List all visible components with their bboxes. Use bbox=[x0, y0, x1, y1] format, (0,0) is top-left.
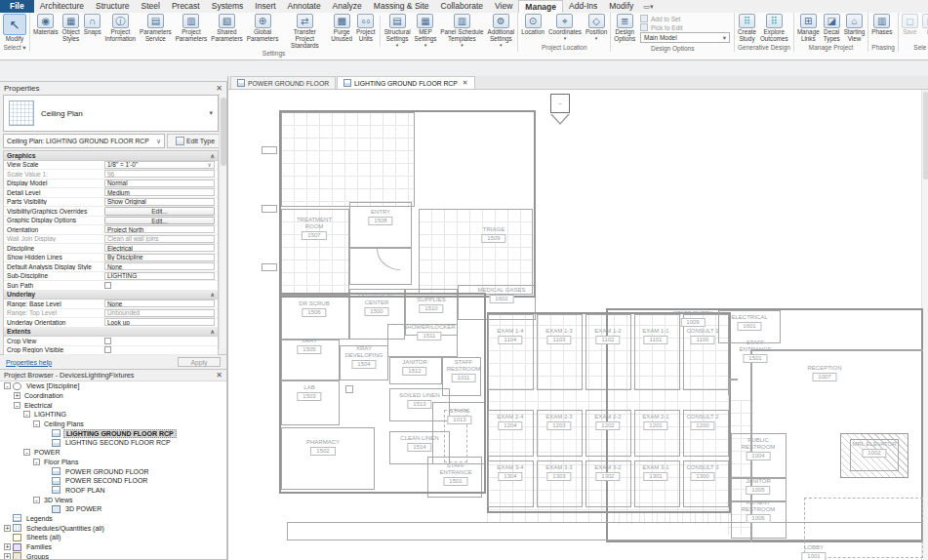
project-parameters-button[interactable]: ▥Project Parameters bbox=[174, 14, 210, 43]
room-tag-1514[interactable]: CLEAN LINEN1514 bbox=[400, 435, 438, 452]
tree-expander-icon[interactable]: - bbox=[33, 497, 40, 503]
tree-expander-icon[interactable]: + bbox=[4, 543, 11, 550]
room-tag-1204[interactable]: EXAM 2-41204 bbox=[497, 414, 523, 430]
main-model-dropdown[interactable]: Main Model▾ bbox=[640, 32, 730, 43]
dropdown-arrow-icon[interactable]: ▾ bbox=[396, 43, 399, 48]
tree-expander-icon[interactable]: - bbox=[23, 449, 30, 456]
tree-item-power-second-floor[interactable]: POWER SECOND FLOOR bbox=[0, 476, 226, 486]
room-tag-1201[interactable]: EXAM 2-11201 bbox=[642, 414, 668, 430]
view-tab-close-icon[interactable]: ✕ bbox=[463, 79, 468, 87]
room-tag-1505[interactable]: XRAY1505 bbox=[297, 338, 321, 354]
project-information-button[interactable]: ⓘProject Information bbox=[103, 14, 139, 43]
phases-button[interactable]: ▥Phases bbox=[869, 14, 894, 36]
dropdown-arrow-icon[interactable]: ▾ bbox=[595, 36, 598, 41]
tree-item-electrical[interactable]: -Electrical bbox=[0, 400, 226, 410]
ribbon-tab-massing-site[interactable]: Massing & Site bbox=[368, 0, 435, 13]
properties-help-link[interactable]: Properties help bbox=[6, 359, 52, 366]
parameters-service-button[interactable]: ▤Parameters Service bbox=[138, 14, 174, 43]
snaps-button[interactable]: ∩Snaps bbox=[82, 14, 103, 36]
room-tag-1102[interactable]: EXAM 1-21102 bbox=[594, 328, 621, 344]
mep-settings-button[interactable]: ▦MEP Settings ▾ bbox=[413, 14, 439, 48]
tree-item-schedules-quantities-all[interactable]: +Schedules/Quantities (all) bbox=[0, 523, 226, 533]
parts-visibility-value[interactable]: Show Original bbox=[104, 198, 215, 206]
manage-links-button[interactable]: ⊞Manage Links bbox=[795, 14, 822, 43]
instance-selector[interactable]: Ceiling Plan: LIGHTING GROUND FLOOR RCP … bbox=[3, 134, 165, 148]
apply-button[interactable]: Apply bbox=[178, 357, 221, 367]
structural-settings-button[interactable]: ▤Structural Settings ▾ bbox=[383, 14, 413, 48]
ribbon-tab-annotate[interactable]: Annotate bbox=[282, 0, 327, 13]
ribbon-tab-view[interactable]: View bbox=[489, 0, 518, 13]
starting-view-button[interactable]: ⌂Starting View bbox=[842, 14, 867, 43]
ribbon-tab-precast[interactable]: Precast bbox=[166, 0, 206, 13]
room-tag-1009[interactable]: STAFF ENTRY1009 bbox=[673, 310, 712, 327]
location-button[interactable]: ⊙Location bbox=[519, 14, 546, 36]
room-tag-1501[interactable]: STAFF ENTRANCE1501 bbox=[439, 462, 471, 486]
discipline-value[interactable]: Electrical bbox=[104, 244, 215, 252]
ribbon-tab-file[interactable]: File bbox=[0, 0, 34, 13]
room-tag-1501[interactable]: STAFF ENTRANCE1501 bbox=[739, 340, 771, 363]
dropdown-arrow-icon[interactable]: ▾ bbox=[461, 43, 464, 48]
ribbon-tab-systems[interactable]: Systems bbox=[206, 0, 250, 13]
view-tab-power-ground-floor[interactable]: POWER GROUND FLOOR bbox=[230, 76, 336, 89]
tree-expander-icon[interactable]: - bbox=[23, 411, 30, 418]
crop-region-visible-checkbox[interactable] bbox=[104, 346, 111, 353]
room-tag-1100[interactable]: CONSULT 11100 bbox=[686, 328, 718, 344]
tree-item-groups[interactable]: +Groups bbox=[0, 551, 226, 560]
tree-item-roof-plan[interactable]: ROOF PLAN bbox=[0, 486, 226, 496]
orientation-value[interactable]: Project North bbox=[104, 225, 215, 233]
tree-item-power-ground-floor[interactable]: POWER GROUND FLOOR bbox=[0, 466, 226, 476]
room-tag-1302[interactable]: EXAM 3-21302 bbox=[594, 464, 621, 481]
tree-expander-icon[interactable]: - bbox=[33, 459, 40, 465]
ceiling-plan-view[interactable]: TREATMENT ROOM1507ENTRY1508TRIAGE1509DR … bbox=[228, 90, 928, 560]
tree-item-lighting-ground-floor-rcp[interactable]: LIGHTING GROUND FLOOR RCP bbox=[0, 428, 226, 438]
room-tag-1007[interactable]: RECEPTION1007 bbox=[807, 365, 841, 381]
room-tag-1511[interactable]: SHOWER/LOCKER1511 bbox=[403, 324, 455, 340]
ribbon-tab-modify[interactable]: Modify bbox=[603, 0, 639, 13]
sub-discipline-value[interactable]: LIGHTING bbox=[104, 272, 215, 280]
project-browser-close-icon[interactable]: ✕ bbox=[216, 371, 222, 380]
room-tag-1203[interactable]: EXAM 2-31203 bbox=[545, 414, 572, 430]
select-panel-label[interactable]: Select ▾ bbox=[0, 43, 29, 52]
room-tag-1006[interactable]: PATIENT RESTROOM1006 bbox=[742, 500, 776, 523]
decal-types-button[interactable]: ◪Decal Types bbox=[822, 14, 842, 43]
room-tag-1507[interactable]: TREATMENT ROOM1507 bbox=[297, 217, 332, 240]
room-tag-1004[interactable]: PUBLIC RESTROOM1004 bbox=[742, 437, 776, 460]
ribbon-tab-analyze[interactable]: Analyze bbox=[327, 0, 368, 13]
edit-type-button[interactable]: Edit Type bbox=[167, 134, 223, 148]
design-options-button[interactable]: ≣Design Options bbox=[612, 14, 637, 43]
type-selector-chevron-icon[interactable]: ▾ bbox=[209, 109, 213, 117]
room-tag-1104[interactable]: EXAM 1-41104 bbox=[497, 328, 523, 344]
tree-expander-icon[interactable]: - bbox=[33, 420, 40, 427]
coordinates-button[interactable]: ⌖Coordinates ▾ bbox=[546, 14, 584, 41]
dropdown-arrow-icon[interactable]: ▾ bbox=[424, 43, 427, 48]
instance-selector-chevron-icon[interactable]: ∨ bbox=[156, 138, 161, 145]
underlay-orientation-value[interactable]: Look up bbox=[104, 318, 215, 326]
room-tag-1301[interactable]: EXAM 3-11301 bbox=[642, 464, 668, 481]
tree-item-views-discipline[interactable]: -Views [Discipline] bbox=[0, 381, 226, 391]
room-tag-1300[interactable]: CONSULT 31300 bbox=[686, 464, 718, 481]
tree-item-sheets-all[interactable]: Sheets (all) bbox=[0, 533, 226, 542]
dropdown-arrow-icon[interactable]: ▾ bbox=[564, 36, 567, 41]
dropdown-arrow-icon[interactable]: ▾ bbox=[500, 43, 503, 48]
project-units-button[interactable]: 0.0Project Units bbox=[354, 14, 378, 43]
room-tag-1303[interactable]: EXAM 3-31303 bbox=[545, 464, 572, 481]
section-marker[interactable]: – bbox=[550, 94, 570, 113]
properties-section-extents[interactable]: Extents∧ bbox=[4, 328, 218, 338]
tree-expander-icon[interactable]: - bbox=[4, 382, 11, 389]
room-tag-1510[interactable]: SUPPLIES1510 bbox=[417, 297, 445, 313]
additional-settings-button[interactable]: ⚙Additional Settings ▾ bbox=[485, 14, 516, 48]
show-hidden-lines-value[interactable]: By Discipline bbox=[104, 254, 215, 261]
room-tag-1005[interactable]: JANITOR1005 bbox=[746, 478, 771, 495]
tree-item-coordination[interactable]: +Coordination bbox=[0, 391, 226, 401]
tree-expander-icon[interactable]: + bbox=[4, 525, 11, 532]
detail-level-value[interactable]: Medium bbox=[104, 188, 215, 196]
room-tag-1103[interactable]: EXAM 1-31103 bbox=[545, 328, 572, 344]
tree-item-power[interactable]: -POWER bbox=[0, 448, 226, 458]
tree-item-ceiling-plans[interactable]: -Ceiling Plans bbox=[0, 420, 226, 429]
room-tag-1509[interactable]: TRIAGE1509 bbox=[481, 226, 505, 243]
purge-unused-button[interactable]: ▩Purge Unused bbox=[329, 14, 354, 43]
room-tag-1506[interactable]: DR SCRUB1506 bbox=[299, 300, 329, 317]
room-tag-1011[interactable]: STAFF RESTROOM1011 bbox=[447, 359, 481, 382]
display-model-value[interactable]: Normal bbox=[104, 180, 215, 187]
materials-button[interactable]: ◉Materials bbox=[31, 14, 61, 36]
